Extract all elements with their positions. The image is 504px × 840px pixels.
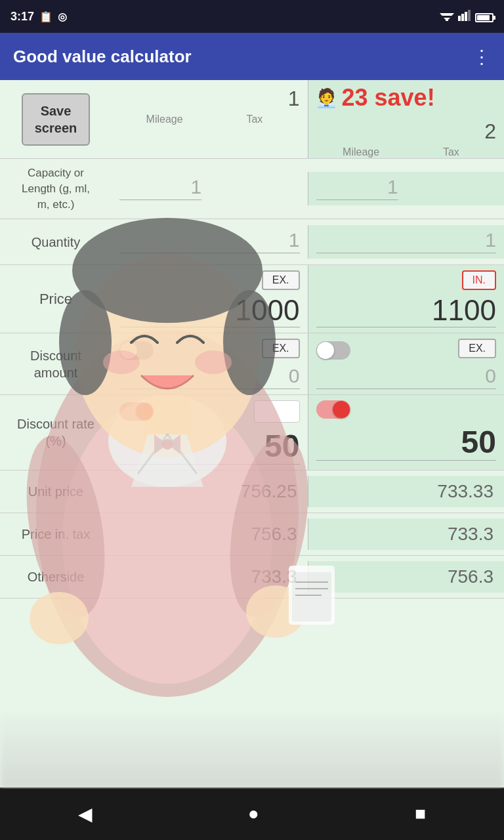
capacity-col2-mileage: 1 — [308, 172, 406, 205]
quantity-label: Quantity — [0, 227, 112, 257]
svg-rect-7 — [468, 10, 471, 21]
time-display: 3:17 — [10, 10, 34, 24]
capacity-row: Capacity orLength (g, ml,m, etc.) 1 1 — [0, 159, 504, 219]
capacity-label: Capacity orLength (g, ml,m, etc.) — [0, 159, 112, 219]
discount-rate-col1: 50 — [112, 395, 308, 470]
discount-rate-col2-toggle-row — [316, 400, 497, 419]
quantity-col2-value[interactable]: 1 — [316, 229, 497, 253]
circle-icon: ◎ — [58, 10, 67, 23]
price-label: Price — [0, 265, 112, 333]
discount-rate-row: Discount rate(%) 50 50 — [0, 395, 504, 471]
status-bar-right — [440, 9, 494, 24]
quantity-row: Quantity 1 1 — [0, 219, 504, 265]
svg-rect-6 — [465, 12, 467, 21]
discount-rate-col1-toggle-row — [119, 400, 300, 423]
discount-amount-label: Discountamount — [0, 333, 112, 394]
discount-amount-col1: EX. 0 — [112, 333, 308, 394]
price-col1-tax-btn[interactable]: EX. — [262, 270, 300, 290]
capacity-col2-mileage-value[interactable]: 1 — [316, 176, 398, 200]
otherside-col1: 733.3 — [112, 561, 308, 593]
discount-col1-tax-btn[interactable]: EX. — [262, 339, 300, 358]
price-in-tax-col1: 756.3 — [112, 518, 308, 550]
unit-price-col1: 756.25 — [112, 476, 308, 507]
save-screen-button[interactable]: Save screen — [22, 93, 91, 146]
discount-rate-col2-toggle-knob — [333, 401, 350, 418]
col1-number: 1 — [288, 87, 300, 111]
col2-mileage-label: Mileage — [316, 146, 406, 158]
price-row: Price EX. 1000 IN. 1100 — [0, 265, 504, 333]
discount-rate-col1-input-indicator — [254, 400, 300, 423]
main-content: Save screen 1 Mileage Tax 🧑‍💼 23 save! — [0, 80, 504, 789]
price-col2: IN. 1100 — [308, 265, 505, 333]
col2-subheaders: Mileage Tax — [316, 146, 497, 158]
otherside-row: Otherside 733.3 756.3 — [0, 556, 504, 598]
status-bar-left: 3:17 📋 ◎ — [10, 10, 67, 24]
price-in-tax-col2: 733.3 — [308, 518, 505, 550]
calculator-grid: Save screen 1 Mileage Tax 🧑‍💼 23 save! — [0, 80, 504, 598]
status-bar: 3:17 📋 ◎ — [0, 0, 504, 33]
price-in-tax-label: Price in. tax — [0, 522, 112, 547]
capacity-col1-mileage: 1 — [112, 172, 209, 205]
recent-button[interactable]: ■ — [395, 797, 446, 831]
discount-col2-toggle-knob — [317, 342, 334, 359]
discount-col1-toggle[interactable] — [119, 341, 154, 360]
discount-rate-col1-toggle-knob — [136, 403, 153, 420]
bottom-nav: ◀ ● ■ — [0, 788, 504, 840]
discount-col1-top: EX. — [119, 339, 300, 362]
unit-price-col2: 733.33 — [308, 476, 505, 507]
home-button[interactable]: ● — [228, 797, 279, 831]
discount-col1-value[interactable]: 0 — [119, 365, 300, 389]
discount-col1-toggle-knob — [120, 342, 137, 359]
col1-subheaders: Mileage Tax — [119, 114, 300, 125]
price-col2-value[interactable]: 1100 — [316, 294, 497, 327]
price-col1: EX. 1000 — [112, 265, 308, 333]
discount-col2-value[interactable]: 0 — [316, 365, 497, 389]
svg-rect-4 — [458, 16, 461, 21]
bottom-blur — [0, 710, 504, 789]
col1-mileage-label: Mileage — [119, 114, 209, 125]
discount-rate-label: Discount rate(%) — [0, 395, 112, 470]
discount-rate-col1-toggle[interactable] — [119, 402, 154, 421]
capacity-col1-tax — [209, 172, 307, 205]
menu-icon[interactable]: ⋮ — [472, 46, 491, 68]
save-btn-cell: Save screen — [0, 80, 112, 158]
signal-icon — [458, 9, 471, 24]
discount-rate-col1-value[interactable]: 50 — [119, 428, 300, 465]
capacity-col2-tax — [406, 172, 504, 205]
save-notification: 23 save! — [342, 84, 435, 112]
quantity-col2: 1 — [308, 225, 505, 259]
otherside-label: Otherside — [0, 564, 112, 590]
discount-amount-col2: EX. 0 — [308, 333, 505, 394]
back-button[interactable]: ◀ — [58, 797, 112, 831]
svg-point-20 — [30, 592, 89, 644]
col1-tax-label: Tax — [209, 114, 299, 125]
discount-col2-top: EX. — [316, 339, 497, 362]
unit-price-label: Unit price — [0, 479, 112, 505]
col1-header: 1 Mileage Tax — [112, 80, 308, 158]
svg-rect-5 — [461, 14, 464, 21]
discount-col2-toggle[interactable] — [316, 341, 350, 360]
price-col2-tax-btn[interactable]: IN. — [462, 270, 496, 290]
unit-price-row: Unit price 756.25 733.33 — [0, 471, 504, 513]
mascot-mini-icon: 🧑‍💼 — [315, 87, 338, 109]
quantity-col1: 1 — [112, 225, 308, 259]
col2-tax-label: Tax — [406, 146, 496, 158]
discount-amount-row: Discountamount EX. 0 EX. 0 — [0, 333, 504, 395]
battery-icon — [475, 10, 494, 24]
col2-header: 🧑‍💼 23 save! 2 Mileage Tax — [308, 80, 505, 158]
otherside-col2: 756.3 — [308, 561, 505, 593]
col2-number: 2 — [484, 119, 496, 144]
sim-icon: 📋 — [39, 10, 52, 23]
wifi-icon — [440, 9, 454, 24]
price-in-tax-row: Price in. tax 756.3 733.3 — [0, 513, 504, 556]
app-bar: Good value calculator ⋮ — [0, 33, 504, 80]
price-col1-value[interactable]: 1000 — [119, 294, 300, 327]
discount-rate-col2-toggle[interactable] — [316, 400, 350, 419]
discount-rate-col2: 50 — [308, 395, 505, 470]
discount-rate-col2-value[interactable]: 50 — [316, 424, 497, 461]
header-row: Save screen 1 Mileage Tax 🧑‍💼 23 save! — [0, 80, 504, 159]
capacity-col1-mileage-value[interactable]: 1 — [119, 176, 201, 200]
app-title: Good value calculator — [13, 47, 192, 67]
quantity-col1-value[interactable]: 1 — [119, 229, 300, 253]
discount-col2-tax-btn[interactable]: EX. — [458, 339, 496, 358]
